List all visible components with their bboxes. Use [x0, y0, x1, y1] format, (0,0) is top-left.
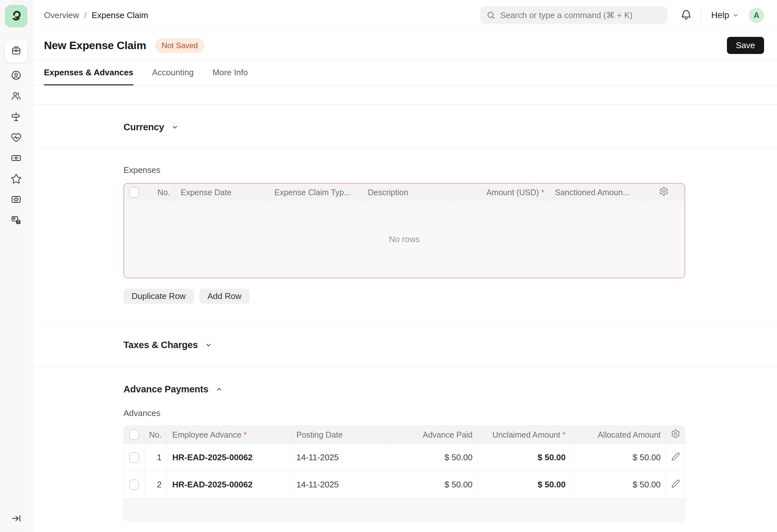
payroll-icon: [11, 194, 22, 206]
expenses-grid-header: No. Expense Date Expense Claim Typ... De…: [124, 184, 685, 201]
edit-row-button[interactable]: [666, 444, 685, 471]
avatar-initial: A: [753, 11, 759, 20]
search-input[interactable]: [500, 10, 661, 20]
star-icon: [11, 173, 22, 186]
sidebar-expand-button[interactable]: [0, 513, 32, 525]
cell-allocated-amount: $ 50.00: [571, 444, 666, 471]
app-logo[interactable]: [5, 5, 27, 27]
sidebar-item-leaves[interactable]: [5, 107, 27, 128]
section-currency-title: Currency: [123, 121, 164, 133]
section-taxes-charges-toggle[interactable]: Taxes & Charges: [123, 338, 213, 351]
advance-row-2: 2 HR-EAD-2025-00062 14-11-2025 $ 50.00 $…: [124, 471, 685, 498]
col-header-amount: Amount (USD)*: [456, 184, 550, 201]
chevron-down-icon: [732, 12, 739, 19]
search-bar[interactable]: [480, 6, 667, 24]
avatar[interactable]: A: [749, 8, 764, 23]
chevron-up-icon: [215, 385, 223, 393]
required-marker: *: [541, 188, 544, 197]
advances-label: Advances: [123, 408, 686, 418]
tab-accounting[interactable]: Accounting: [152, 61, 194, 85]
signpost-icon: [11, 111, 22, 123]
cell-posting-date: 14-11-2025: [291, 471, 384, 498]
col-header-posting-date: Posting Date: [291, 426, 384, 444]
select-all-checkbox[interactable]: [129, 187, 139, 198]
sidebar-item-employees[interactable]: [5, 86, 27, 107]
page-title: New Expense Claim: [44, 39, 146, 52]
col-header-sanctioned-amount: Sanctioned Amoun...: [550, 184, 643, 201]
advances-grid-footer: [124, 498, 685, 521]
tab-expenses-advances[interactable]: Expenses & Advances: [44, 61, 133, 85]
section-expenses: Expenses No. Expense Date Expense Claim …: [32, 149, 777, 322]
expenses-grid-settings-button[interactable]: [643, 184, 685, 201]
breadcrumb-overview[interactable]: Overview: [44, 10, 79, 20]
row-checkbox[interactable]: [129, 452, 139, 463]
gear-icon: [659, 187, 669, 198]
cell-advance-paid: $ 50.00: [384, 471, 478, 498]
required-marker: *: [562, 430, 566, 440]
select-all-checkbox[interactable]: [129, 430, 139, 440]
cell-allocated-amount: $ 50.00: [571, 471, 666, 498]
sidebar-item-hr[interactable]: [5, 40, 27, 63]
tabbar: Expenses & Advances Accounting More Info: [32, 61, 777, 86]
col-header-employee-advance: Employee Advance*: [167, 426, 291, 444]
breadcrumb-expense-claim[interactable]: Expense Claim: [92, 10, 148, 20]
col-header-no: No.: [144, 184, 176, 201]
col-header-unclaimed-amount: Unclaimed Amount*: [478, 426, 571, 444]
sidebar-item-attendance[interactable]: [5, 128, 27, 148]
section-advance-payments: Advance Payments Advances No. Employee A…: [32, 366, 777, 532]
col-header-no: No.: [144, 426, 167, 444]
sidebar: [0, 0, 32, 532]
sidebar-nav: [5, 40, 27, 231]
advances-grid-settings-button[interactable]: [666, 426, 685, 444]
col-header-expense-date: Expense Date: [176, 184, 269, 201]
hr-logo-icon: [9, 8, 24, 24]
expenses-grid-empty-body: No rows: [124, 201, 685, 278]
col-header-description: Description: [363, 184, 456, 201]
card-coins-icon: [11, 215, 22, 227]
save-button[interactable]: Save: [727, 37, 764, 54]
page-header: New Expense Claim Not Saved Save: [32, 31, 777, 61]
form-area: Currency Expenses No. Expense Date Expen…: [32, 104, 777, 532]
advance-row-1: 1 HR-EAD-2025-00062 14-11-2025 $ 50.00 $…: [124, 444, 685, 471]
breadcrumb: Overview / Expense Claim: [44, 10, 148, 20]
search-icon: [486, 11, 495, 20]
arrow-right-to-line-icon: [11, 513, 21, 525]
expenses-label: Expenses: [123, 165, 686, 175]
col-header-advance-paid: Advance Paid: [384, 426, 478, 444]
cell-advance-paid: $ 50.00: [384, 444, 478, 471]
tab-more-info[interactable]: More Info: [212, 61, 248, 85]
help-menu[interactable]: Help: [711, 10, 739, 20]
duplicate-row-button[interactable]: Duplicate Row: [123, 289, 194, 304]
row-checkbox[interactable]: [129, 480, 139, 490]
sidebar-item-profile[interactable]: [5, 66, 27, 86]
edit-row-button[interactable]: [666, 471, 685, 498]
expenses-grid-buttons: Duplicate Row Add Row: [123, 289, 686, 304]
expenses-grid: No. Expense Date Expense Claim Typ... De…: [123, 183, 685, 278]
cell-employee-advance: HR-EAD-2025-00062: [167, 444, 291, 471]
sidebar-item-expense-claims[interactable]: [5, 148, 27, 169]
col-header-allocated-amount: Allocated Amount: [571, 426, 666, 444]
section-taxes-charges: Taxes & Charges: [32, 322, 777, 366]
sidebar-item-payroll[interactable]: [5, 190, 27, 210]
advances-grid-header: No. Employee Advance* Posting Date Advan…: [124, 426, 685, 444]
briefcase-icon: [11, 45, 22, 57]
app-root: Overview / Expense Claim Help: [0, 0, 777, 532]
cell-unclaimed-amount: $ 50.00: [478, 444, 571, 471]
section-currency-toggle[interactable]: Currency: [123, 121, 179, 133]
breadcrumb-separator: /: [84, 10, 86, 20]
topbar-right: Help A: [480, 6, 764, 24]
banknote-icon: [11, 152, 22, 165]
notifications-button[interactable]: [680, 9, 692, 22]
topbar: Overview / Expense Claim Help: [32, 0, 777, 31]
add-row-button[interactable]: Add Row: [199, 289, 250, 304]
cell-employee-advance: HR-EAD-2025-00062: [167, 471, 291, 498]
users-icon: [11, 91, 22, 103]
topbar-divider: [701, 8, 701, 23]
main-area: Overview / Expense Claim Help: [32, 0, 777, 532]
section-advance-payments-toggle[interactable]: Advance Payments: [123, 383, 223, 396]
section-advance-payments-title: Advance Payments: [123, 383, 209, 396]
cell-posting-date: 14-11-2025: [291, 444, 384, 471]
status-badge: Not Saved: [155, 38, 204, 53]
sidebar-item-performance[interactable]: [5, 169, 27, 190]
sidebar-item-salary[interactable]: [5, 210, 27, 231]
